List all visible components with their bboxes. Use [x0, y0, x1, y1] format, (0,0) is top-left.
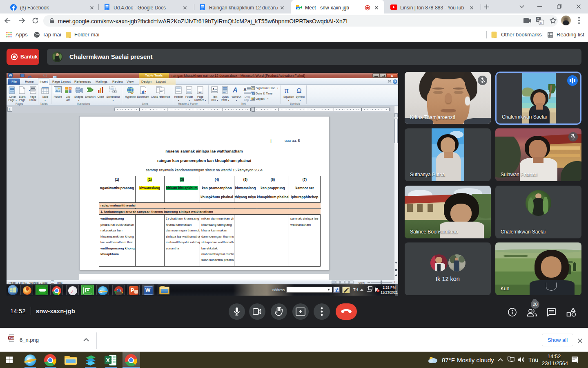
svg-text:X: X — [106, 357, 110, 364]
svg-text:x: x — [540, 21, 542, 25]
svg-text:PNG: PNG — [9, 337, 14, 339]
